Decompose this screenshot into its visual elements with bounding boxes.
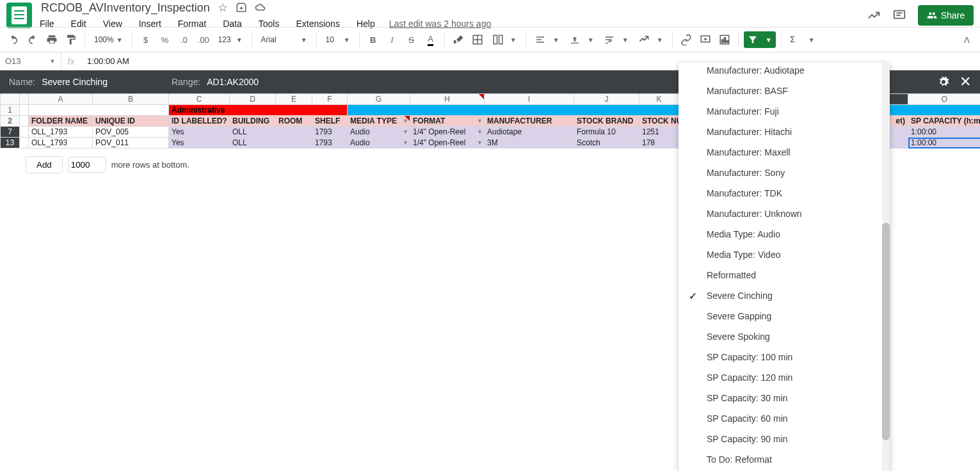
valign-button[interactable]: ▼ xyxy=(566,31,598,48)
formula-input[interactable]: 1:00:00 AM xyxy=(81,56,129,66)
wrap-button[interactable]: ▼ xyxy=(600,31,632,48)
filter-name-value[interactable]: Severe Cinching xyxy=(42,77,108,87)
cell-I13[interactable]: 3M xyxy=(485,138,574,148)
dropdown-item[interactable]: Severe Spoking xyxy=(679,326,890,347)
cell-A13[interactable]: OLL_1793 xyxy=(29,138,93,148)
dropdown-item[interactable]: Severe Cinching xyxy=(679,285,890,306)
strikethrough-button[interactable]: S xyxy=(403,31,420,48)
filter-button[interactable]: ▼ xyxy=(744,31,776,48)
col-D[interactable]: D xyxy=(230,94,276,105)
hdr-stock-brand[interactable]: STOCK BRAND xyxy=(574,116,639,127)
cell-B13[interactable]: POV_011 xyxy=(93,138,169,148)
cell-G13[interactable]: Audio▼ xyxy=(348,138,410,148)
cell-B7[interactable]: POV_005 xyxy=(93,127,169,138)
undo-button[interactable] xyxy=(5,31,22,48)
cell-O7[interactable]: 1:00:00 xyxy=(908,127,981,138)
hdr-shelf[interactable]: SHELF xyxy=(312,116,348,127)
dropdown-item[interactable]: Manufacturer: Hitachi xyxy=(679,122,890,142)
cloud-icon[interactable] xyxy=(255,2,266,13)
fill-color-button[interactable] xyxy=(450,31,467,48)
functions-button[interactable]: Σ▼ xyxy=(787,31,819,48)
cell-D7[interactable]: OLL xyxy=(230,127,276,138)
cell-A1[interactable] xyxy=(29,105,169,116)
hdr-room[interactable]: ROOM xyxy=(276,116,312,127)
link-button[interactable] xyxy=(678,31,695,48)
dropdown-item[interactable]: SP Capacity: 100 min xyxy=(679,347,890,367)
more-formats-dropdown[interactable]: 123▼ xyxy=(214,31,246,48)
gear-icon[interactable] xyxy=(938,76,949,88)
cell-G1-blue[interactable] xyxy=(348,105,679,116)
dropdown-item[interactable]: SP Capacity: 120 min xyxy=(679,367,890,388)
hdr-folder-name[interactable]: FOLDER NAME xyxy=(29,116,93,127)
hdr-media-type[interactable]: MEDIA TYPE▼ xyxy=(348,116,410,127)
dropdown-scrollbar-thumb[interactable] xyxy=(882,223,890,440)
italic-button[interactable]: I xyxy=(384,31,401,48)
activity-icon[interactable] xyxy=(867,8,881,22)
dropdown-item[interactable]: Manufacturer: TDK xyxy=(679,183,890,204)
comment-add-button[interactable] xyxy=(697,31,714,48)
col-F[interactable]: F xyxy=(312,94,348,105)
collapse-toolbar-button[interactable]: ᐱ xyxy=(958,31,975,48)
dropdown-item[interactable]: Manufacturer: Sony xyxy=(679,163,890,183)
filter-range-value[interactable]: AD1:AK2000 xyxy=(207,77,259,87)
cell-A7[interactable]: OLL_1793 xyxy=(29,127,93,138)
cell-J13[interactable]: Scotch xyxy=(574,138,639,148)
decrease-decimal-button[interactable]: .0 xyxy=(176,31,193,48)
cell-F13[interactable]: 1793 xyxy=(312,138,348,148)
font-size-dropdown[interactable]: 10▼ xyxy=(322,31,354,48)
cell-reference-input[interactable]: O13▼ xyxy=(0,52,61,70)
cell-D13[interactable]: OLL xyxy=(230,138,276,148)
print-button[interactable] xyxy=(44,31,60,48)
move-icon[interactable] xyxy=(236,2,247,13)
dropdown-item[interactable]: Manufacturer: Audiotape xyxy=(679,63,890,81)
dropdown-item[interactable]: Media Type: Video xyxy=(679,244,890,265)
select-all-cell[interactable] xyxy=(1,94,20,105)
dropdown-item[interactable]: Severe Gapping xyxy=(679,306,890,326)
row-2-num[interactable]: 2 xyxy=(1,116,20,127)
dropdown-item[interactable]: Manufacturer: Fuji xyxy=(679,101,890,122)
col-K[interactable]: K xyxy=(639,94,679,105)
sheets-logo[interactable] xyxy=(6,3,32,28)
percent-button[interactable]: % xyxy=(157,31,173,48)
borders-button[interactable] xyxy=(469,31,486,48)
font-dropdown[interactable]: Arial▼ xyxy=(257,31,311,48)
cell-E13[interactable] xyxy=(276,138,312,148)
row-13-num[interactable]: 13 xyxy=(1,138,20,148)
cell-O13[interactable]: 1:00:00 xyxy=(908,138,981,148)
hdr-id-labelled[interactable]: ID LABELLED? xyxy=(169,116,230,127)
rotate-button[interactable]: ▼ xyxy=(635,31,667,48)
hdr-building[interactable]: BUILDING xyxy=(230,116,276,127)
dropdown-item[interactable]: Manufacturer: Maxell xyxy=(679,142,890,163)
text-color-button[interactable]: A xyxy=(422,31,439,48)
col-G[interactable]: G xyxy=(348,94,410,105)
cell-C1-admin[interactable]: Administrative xyxy=(169,105,348,116)
paint-format-button[interactable] xyxy=(63,31,79,48)
bold-button[interactable]: B xyxy=(365,31,382,48)
col-O[interactable]: O xyxy=(908,94,981,105)
add-rows-count-input[interactable] xyxy=(68,157,106,173)
cell-E7[interactable] xyxy=(276,127,312,138)
hdr-sp-capacity[interactable]: SP CAPACITY (h:m: xyxy=(908,116,981,127)
dropdown-item[interactable]: To Do: Reformat xyxy=(679,449,890,470)
col-I[interactable]: I xyxy=(485,94,574,105)
cell-K13[interactable]: 178 xyxy=(639,138,679,148)
merge-button[interactable]: ▼ xyxy=(488,31,520,48)
cell-J7[interactable]: Formula 10 xyxy=(574,127,639,138)
document-title[interactable]: RCDOB_AVInventory_Inspection xyxy=(37,0,214,16)
dropdown-item[interactable]: Manufacturer: BASF xyxy=(679,81,890,101)
col-E[interactable]: E xyxy=(276,94,312,105)
cell-C7[interactable]: Yes xyxy=(169,127,230,138)
dropdown-item[interactable]: SP Capacity: 60 min xyxy=(679,408,890,429)
dropdown-item[interactable]: Manufacturer: Unknown xyxy=(679,204,890,224)
row-1-num[interactable]: 1 xyxy=(1,105,20,116)
hdr-manufacturer[interactable]: MANUFACTURER xyxy=(485,116,574,127)
col-A[interactable]: A xyxy=(29,94,93,105)
halign-button[interactable]: ▼ xyxy=(531,31,563,48)
hdr-unique-id[interactable]: UNIQUE ID xyxy=(93,116,169,127)
filter-dropdown-panel[interactable]: Manufacturer: AudiotapeManufacturer: BAS… xyxy=(679,63,890,471)
col-H[interactable]: H xyxy=(410,94,485,105)
col-J[interactable]: J xyxy=(574,94,639,105)
cell-H7[interactable]: 1/4" Open-Reel▼ xyxy=(410,127,485,138)
increase-decimal-button[interactable]: .00 xyxy=(195,31,212,48)
cell-G7[interactable]: Audio▼ xyxy=(348,127,410,138)
